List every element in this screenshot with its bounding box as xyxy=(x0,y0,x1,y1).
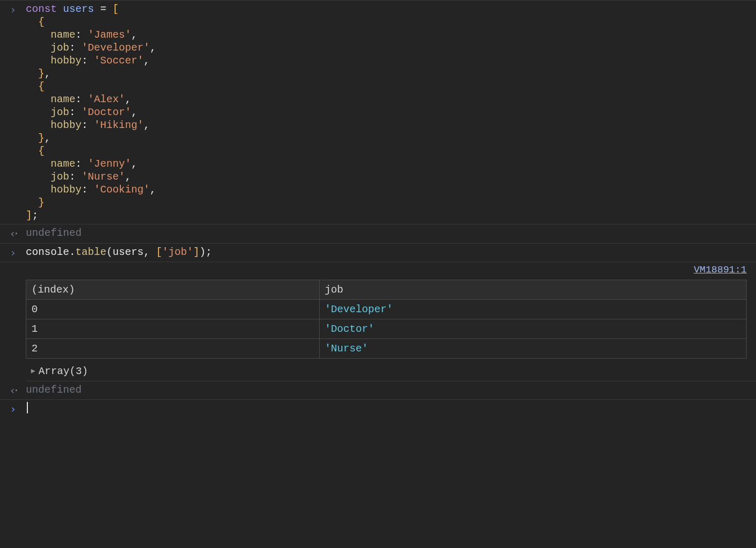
token-object: console xyxy=(26,246,69,258)
text-cursor xyxy=(27,402,28,413)
token-string: 'James' xyxy=(88,29,131,41)
source-link[interactable]: VM18891:1 xyxy=(694,264,747,277)
token-key: hobby xyxy=(51,119,82,131)
token-bracket: ] xyxy=(26,209,32,221)
input-prompt-icon xyxy=(0,402,26,416)
token-operator: = xyxy=(100,3,106,15)
token-key: name xyxy=(51,158,75,170)
table-source-row: VM18891:1 xyxy=(26,264,756,277)
token-brace: { xyxy=(38,16,44,28)
output-icon xyxy=(0,383,26,398)
token-keyword: const xyxy=(26,3,57,15)
token-brace: } xyxy=(38,197,44,208)
table-header-cell[interactable]: (index) xyxy=(26,280,320,299)
undefined-value: undefined xyxy=(26,384,82,396)
token-variable: users xyxy=(63,3,94,15)
input-prompt-icon xyxy=(0,246,26,260)
token-string: 'Hiking' xyxy=(94,119,144,131)
token-string: 'Soccer' xyxy=(94,55,144,67)
table-cell-value: 'Developer' xyxy=(319,299,746,319)
input-prompt-icon xyxy=(0,3,26,222)
output-value: undefined xyxy=(26,383,756,398)
console-input-entry: console.table(users, ['job']); xyxy=(0,244,756,263)
token-string: 'Alex' xyxy=(88,93,125,105)
console-input[interactable] xyxy=(26,402,756,416)
data-table-wrapper: (index) job 0 'Developer' 1 'Doctor' 2 '… xyxy=(26,277,747,362)
table-row: 1 'Doctor' xyxy=(26,319,747,339)
output-icon xyxy=(0,227,26,241)
token-key: job xyxy=(51,42,69,54)
expand-triangle-icon[interactable]: ▶ xyxy=(31,367,35,376)
console-output-entry: undefined xyxy=(0,381,756,400)
output-value: undefined xyxy=(26,227,756,241)
array-summary[interactable]: ▶ Array(3) xyxy=(26,362,756,381)
table-cell-value: 'Doctor' xyxy=(319,319,746,339)
token-variable: users xyxy=(113,246,144,258)
table-row: 0 'Developer' xyxy=(26,299,747,319)
console-active-prompt[interactable] xyxy=(0,400,756,418)
console-input-entry: const users = [ { name: 'James', job: 'D… xyxy=(0,1,756,224)
data-table: (index) job 0 'Developer' 1 'Doctor' 2 '… xyxy=(26,280,747,359)
token-key: hobby xyxy=(51,55,82,67)
table-header-cell[interactable]: job xyxy=(319,280,746,299)
token-key: name xyxy=(51,29,75,41)
blank-gutter xyxy=(0,264,26,277)
token-key: name xyxy=(51,93,75,105)
code-block[interactable]: const users = [ { name: 'James', job: 'D… xyxy=(26,3,756,222)
token-string: 'Developer' xyxy=(82,42,150,54)
table-cell-index: 1 xyxy=(26,319,320,339)
token-key: job xyxy=(51,171,69,183)
token-brace: } xyxy=(38,68,44,79)
token-brace: { xyxy=(38,80,44,92)
table-row: 2 'Nurse' xyxy=(26,339,747,358)
token-brace: } xyxy=(38,132,44,144)
token-string: 'Nurse' xyxy=(82,171,125,183)
token-bracket: [ xyxy=(113,3,119,15)
undefined-value: undefined xyxy=(26,227,82,239)
token-string: 'Doctor' xyxy=(82,106,131,118)
token-key: hobby xyxy=(51,184,82,196)
token-string: 'job' xyxy=(162,246,193,258)
table-cell-index: 2 xyxy=(26,339,320,358)
table-cell-index: 0 xyxy=(26,299,320,319)
code-block[interactable]: console.table(users, ['job']); xyxy=(26,246,756,260)
token-string: 'Cooking' xyxy=(94,184,150,196)
table-cell-value: 'Nurse' xyxy=(319,339,746,358)
console-table-entry: VM18891:1 (index) job 0 'Developer' 1 'D… xyxy=(0,262,756,381)
token-method: table xyxy=(75,246,106,258)
console-output-entry: undefined xyxy=(0,224,756,244)
token-string: 'Jenny' xyxy=(88,158,131,170)
table-header-row: (index) job xyxy=(26,280,747,299)
array-summary-label: Array(3) xyxy=(38,365,88,378)
token-key: job xyxy=(51,106,69,118)
token-brace: { xyxy=(38,145,44,157)
